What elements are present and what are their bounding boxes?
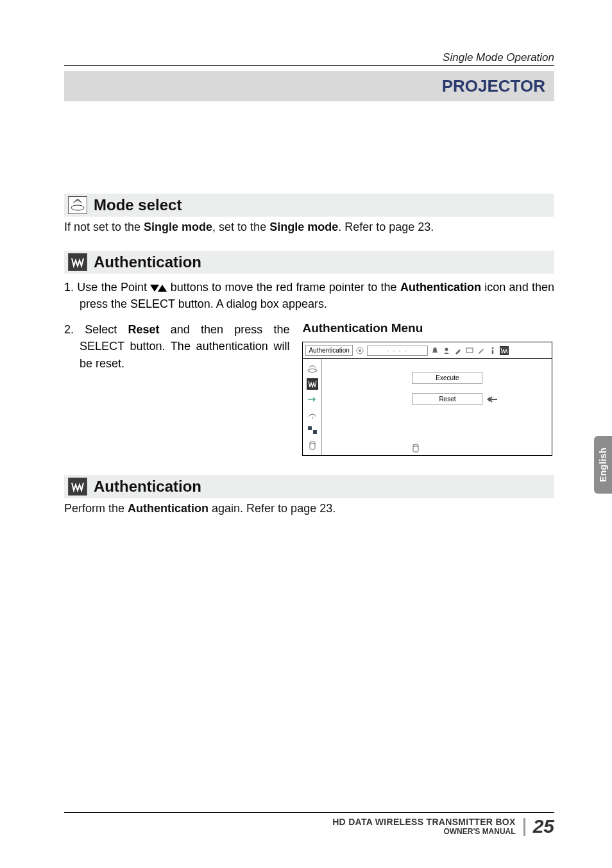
auth-menu-sidebar	[303, 359, 322, 455]
mode-select-title: Mode select	[94, 196, 182, 214]
svg-rect-13	[413, 444, 418, 452]
svg-rect-11	[310, 442, 315, 449]
language-tab: English	[594, 436, 612, 494]
svg-rect-4	[466, 348, 473, 353]
w-small-icon	[500, 346, 509, 355]
svg-point-7	[308, 369, 317, 372]
page-number: 25	[533, 817, 554, 836]
section-authentication-2: Authentication	[64, 475, 554, 498]
mode-select-icon	[68, 196, 87, 214]
svg-rect-10	[313, 430, 317, 434]
side-dish-icon	[307, 409, 318, 421]
svg-rect-6	[492, 350, 493, 354]
execute-button[interactable]: Execute	[412, 372, 482, 384]
auth-step-2: 2. Select Reset and then press the SELEC…	[64, 321, 289, 371]
svg-point-2	[359, 349, 361, 352]
w-icon-2	[68, 478, 87, 496]
auth-menu-topbar: Authentication - - - -	[303, 342, 552, 359]
quit-small-icon	[412, 444, 421, 453]
info-icon	[488, 346, 497, 355]
svg-point-0	[71, 205, 84, 210]
side-arrow-icon	[307, 394, 318, 405]
tool-icon	[454, 346, 463, 355]
auth-menu-screenshot: Authentication - - - -	[302, 342, 552, 456]
auth-menu-heading: Authentication Menu	[302, 321, 554, 335]
language-tab-label: English	[598, 447, 608, 482]
footer-manual: OWNER'S MANUAL	[443, 827, 515, 836]
pointer-left-icon	[486, 395, 498, 404]
signal-icon	[355, 346, 364, 355]
pen-icon	[477, 346, 486, 355]
auth-menu-topbar-label: Authentication	[305, 345, 352, 356]
reset-button[interactable]: Reset	[412, 393, 482, 405]
authentication-1-title: Authentication	[94, 253, 201, 271]
svg-rect-9	[308, 426, 312, 430]
svg-point-5	[492, 347, 494, 349]
auth-menu-dashes: - - - -	[367, 346, 429, 356]
side-puzzle-icon	[307, 424, 318, 436]
authentication-2-text: Perform the Authentication again. Refer …	[64, 501, 554, 517]
w-icon	[68, 253, 87, 271]
screen-icon	[465, 346, 474, 355]
footer-product: HD DATA WIRELESS TRANSMITTER BOX	[332, 817, 515, 827]
bell-icon	[430, 346, 439, 355]
authentication-2-title: Authentication	[94, 478, 201, 496]
auth-step-1: 1. Use the Point buttons to move the red…	[64, 279, 554, 312]
footer-divider	[523, 818, 525, 836]
section-authentication-1: Authentication	[64, 251, 554, 274]
side-w-icon	[307, 378, 318, 390]
side-mode-icon	[307, 363, 318, 374]
svg-point-3	[445, 347, 448, 351]
breadcrumb: Single Mode Operation	[64, 51, 554, 64]
page-title-bar: PROJECTOR	[64, 71, 554, 101]
mode-select-text: If not set to the Single mode, set to th…	[64, 219, 554, 235]
section-mode-select: Mode select	[64, 194, 554, 217]
side-quit-icon	[307, 440, 318, 451]
footer: HD DATA WIRELESS TRANSMITTER BOX OWNER'S…	[64, 812, 554, 836]
user-icon	[442, 346, 451, 355]
triangle-up-icon	[158, 285, 167, 292]
